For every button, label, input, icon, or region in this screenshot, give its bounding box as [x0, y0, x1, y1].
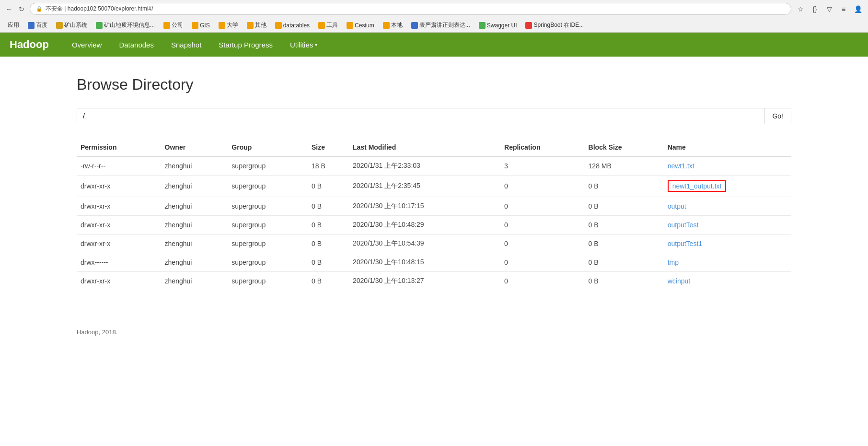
col-block-size: Block Size: [585, 139, 664, 156]
cell-replication: 0: [500, 235, 585, 253]
bookmark-tools[interactable]: 工具: [315, 20, 341, 30]
browser-chrome: ← ↻ 🔒 不安全 | hadoop102:50070/explorer.htm…: [0, 0, 868, 33]
back-button[interactable]: ←: [5, 5, 13, 13]
profile-button[interactable]: 👤: [853, 4, 863, 14]
file-name-link[interactable]: outputTest1: [668, 240, 702, 247]
table-header: Permission Owner Group Size Last Modifie…: [77, 139, 791, 156]
bookmark-university-icon: [219, 22, 225, 29]
bookmark-swagger-label: Swagger UI: [487, 22, 517, 29]
bookmark-company-label: 公司: [172, 21, 183, 29]
bookmark-local[interactable]: 本地: [380, 20, 405, 30]
refresh-button[interactable]: ↻: [17, 5, 26, 13]
cell-last-modified: 2020/1/31 上午2:33:03: [349, 156, 500, 176]
bookmark-baidu-icon: [28, 22, 35, 29]
file-name-link[interactable]: tmp: [668, 258, 679, 266]
table-row: drwx------zhenghuisupergroup0 B2020/1/30…: [77, 253, 791, 272]
cell-name: newt1.txt: [664, 156, 791, 176]
bookmark-other-label: 其他: [255, 21, 266, 29]
bookmark-company-icon: [163, 22, 170, 29]
page-title: Browse Directory: [77, 76, 791, 94]
cell-last-modified: 2020/1/31 上午2:35:45: [349, 176, 500, 197]
bookmark-regex[interactable]: 表严肃讲正则表达...: [408, 20, 473, 30]
bookmark-datatables[interactable]: datatables: [272, 21, 312, 30]
bookmark-mine[interactable]: 矿山系统: [53, 20, 90, 30]
cell-permission: drwx------: [77, 253, 161, 272]
bookmark-local-icon: [383, 22, 390, 29]
bookmark-springboot[interactable]: SpringBoot 在IDE...: [522, 20, 587, 30]
cell-group: supergroup: [228, 176, 308, 197]
main-content: Browse Directory Go! Permission Owner Gr…: [0, 57, 868, 355]
bookmark-gis[interactable]: GIS: [189, 21, 213, 30]
nav-overview[interactable]: Overview: [63, 34, 111, 56]
cell-block-size: 0 B: [585, 235, 664, 253]
bookmark-baidu-label: 百度: [36, 21, 47, 29]
nav-snapshot[interactable]: Snapshot: [162, 34, 210, 56]
col-name: Name: [664, 139, 791, 156]
nav-utilities[interactable]: Utilities ▾: [281, 34, 326, 56]
hadoop-logo[interactable]: Hadoop: [10, 38, 49, 51]
cell-last-modified: 2020/1/30 上午10:17:15: [349, 197, 500, 216]
hadoop-nav-items: Overview Datanodes Snapshot Startup Prog…: [63, 34, 326, 56]
file-name-link[interactable]: wcinput: [668, 277, 690, 285]
bookmark-apps-label: 应用: [8, 21, 19, 29]
bookmark-local-label: 本地: [391, 21, 403, 29]
bookmark-springboot-label: SpringBoot 在IDE...: [533, 21, 584, 29]
cell-group: supergroup: [228, 197, 308, 216]
go-button[interactable]: Go!: [764, 108, 791, 124]
bookmark-regex-label: 表严肃讲正则表达...: [419, 21, 470, 29]
menu-button[interactable]: ≡: [838, 4, 849, 14]
bookmark-company[interactable]: 公司: [161, 20, 186, 30]
nav-startup-progress[interactable]: Startup Progress: [210, 34, 281, 56]
bookmark-baidu[interactable]: 百度: [25, 20, 50, 30]
cell-last-modified: 2020/1/30 上午10:54:39: [349, 235, 500, 253]
bookmark-swagger[interactable]: Swagger UI: [476, 21, 520, 30]
cell-name: newt1_output.txt: [664, 176, 791, 197]
cell-permission: drwxr-xr-x: [77, 235, 161, 253]
bookmark-other[interactable]: 其他: [244, 20, 269, 30]
file-name-link[interactable]: newt1.txt: [668, 162, 694, 170]
cell-block-size: 128 MB: [585, 156, 664, 176]
file-name-link[interactable]: output: [668, 202, 686, 210]
cell-replication: 0: [500, 197, 585, 216]
bookmark-gis-label: GIS: [200, 22, 210, 29]
table-row: drwxr-xr-xzhenghuisupergroup0 B2020/1/31…: [77, 176, 791, 197]
bookmark-mine-label: 矿山系统: [64, 21, 87, 29]
footer: Hadoop, 2018.: [77, 319, 791, 336]
cell-permission: drwxr-xr-x: [77, 216, 161, 235]
cell-replication: 0: [500, 272, 585, 291]
bookmark-cesium-label: Cesium: [355, 22, 374, 29]
col-last-modified: Last Modified: [349, 139, 500, 156]
cell-size: 0 B: [308, 253, 349, 272]
bookmark-other-icon: [247, 22, 254, 29]
cell-owner: zhenghui: [161, 235, 228, 253]
cell-block-size: 0 B: [585, 176, 664, 197]
devtools-button[interactable]: {}: [810, 4, 820, 14]
cell-replication: 0: [500, 216, 585, 235]
nav-datanodes[interactable]: Datanodes: [110, 34, 162, 56]
url-bar[interactable]: 🔒 不安全 | hadoop102:50070/explorer.html#/: [30, 3, 791, 15]
path-input[interactable]: [77, 108, 764, 124]
cell-owner: zhenghui: [161, 156, 228, 176]
bookmark-tools-label: 工具: [326, 21, 338, 29]
table-row: -rw-r--r--zhenghuisupergroup18 B2020/1/3…: [77, 156, 791, 176]
cell-group: supergroup: [228, 235, 308, 253]
cell-owner: zhenghui: [161, 176, 228, 197]
bookmark-datatables-label: datatables: [283, 22, 310, 29]
bookmark-geoenv[interactable]: 矿山地质环境信息...: [93, 20, 158, 30]
cast-button[interactable]: ▽: [824, 4, 834, 14]
cell-owner: zhenghui: [161, 272, 228, 291]
cell-group: supergroup: [228, 156, 308, 176]
file-name-link[interactable]: outputTest: [668, 221, 699, 229]
cell-size: 0 B: [308, 272, 349, 291]
star-button[interactable]: ☆: [795, 4, 806, 14]
cell-block-size: 0 B: [585, 253, 664, 272]
cell-permission: -rw-r--r--: [77, 156, 161, 176]
file-name-link[interactable]: newt1_output.txt: [672, 182, 722, 190]
bookmark-university[interactable]: 大学: [216, 20, 241, 30]
hadoop-navbar: Hadoop Overview Datanodes Snapshot Start…: [0, 33, 868, 57]
cell-block-size: 0 B: [585, 272, 664, 291]
bookmark-cesium[interactable]: Cesium: [344, 21, 377, 30]
bookmarks-bar: 应用 百度 矿山系统 矿山地质环境信息... 公司 GIS 大学 其他: [0, 18, 868, 32]
cell-replication: 3: [500, 156, 585, 176]
bookmark-apps[interactable]: 应用: [5, 20, 22, 30]
